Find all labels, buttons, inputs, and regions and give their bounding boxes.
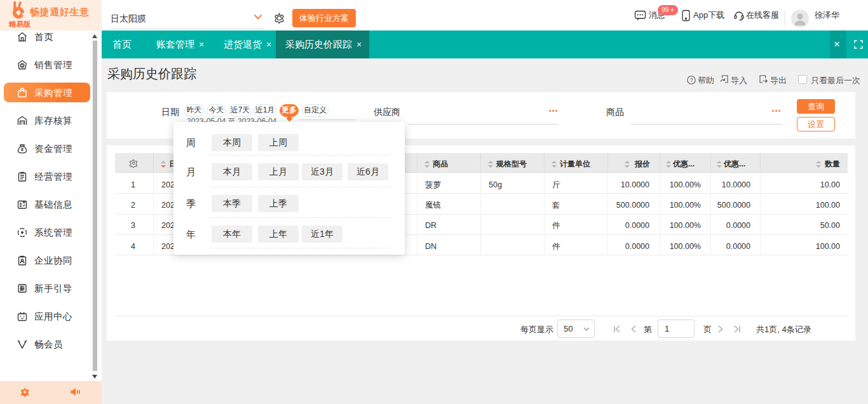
svg-text:?: ? — [689, 77, 693, 83]
svg-text:新: 新 — [19, 285, 25, 292]
